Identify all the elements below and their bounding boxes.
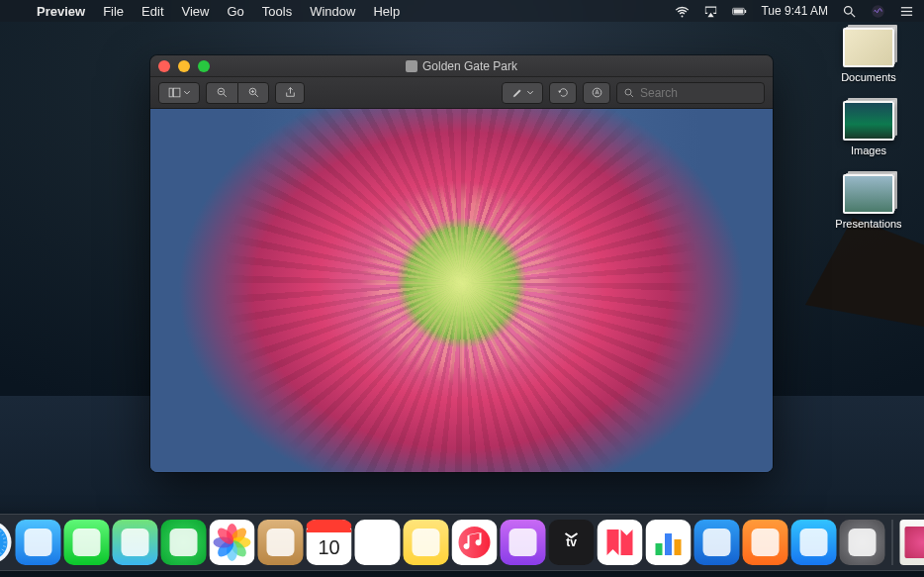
svg-rect-61 <box>307 529 352 532</box>
preview-window: Golden Gate Park <box>150 55 773 472</box>
svg-line-4 <box>851 13 855 17</box>
svg-rect-67 <box>598 520 643 565</box>
dock-app-messages[interactable] <box>64 520 110 565</box>
airplay-icon[interactable] <box>703 4 718 19</box>
window-title-text: Golden Gate Park <box>422 59 517 73</box>
dock-app-pages[interactable] <box>743 520 788 565</box>
dock-app-news[interactable] <box>598 520 643 565</box>
svg-point-3 <box>845 6 853 14</box>
desktop-folder-label: Images <box>851 144 886 156</box>
spotlight-icon[interactable] <box>842 4 857 19</box>
sidebar-view-button[interactable] <box>158 82 200 104</box>
dock-app-reminders[interactable] <box>355 520 401 565</box>
stack-thumbnail-icon <box>843 174 894 214</box>
svg-text:10: 10 <box>318 536 339 558</box>
dock-app-find-my[interactable] <box>161 520 207 565</box>
svg-rect-69 <box>656 543 663 555</box>
menu-bar: Preview File Edit View Go Tools Window H… <box>0 0 924 22</box>
titlebar[interactable]: Golden Gate Park <box>150 55 773 77</box>
dock-app-podcasts[interactable] <box>501 520 546 565</box>
toolbar <box>150 77 773 109</box>
dock-app-safari[interactable] <box>0 520 13 565</box>
menu-go[interactable]: Go <box>218 0 252 22</box>
menu-file[interactable]: File <box>94 0 133 22</box>
close-button[interactable] <box>158 60 170 72</box>
svg-rect-1 <box>734 9 744 13</box>
dock-recent-preview[interactable] <box>900 520 925 565</box>
svg-rect-10 <box>173 88 180 97</box>
menu-window[interactable]: Window <box>301 0 364 22</box>
dock-app-contacts[interactable] <box>258 520 304 565</box>
stack-thumbnail-icon <box>843 101 894 141</box>
image-viewport[interactable] <box>150 109 773 472</box>
dock-app-numbers[interactable] <box>646 520 692 565</box>
dock: 10tv <box>0 514 924 571</box>
svg-rect-9 <box>169 88 172 97</box>
search-input[interactable] <box>640 86 758 100</box>
zoom-out-button[interactable] <box>206 82 237 104</box>
app-menu[interactable]: Preview <box>28 0 94 22</box>
markup-button[interactable] <box>583 82 610 104</box>
notification-center-icon[interactable] <box>899 4 914 19</box>
share-button[interactable] <box>275 82 305 104</box>
menu-tools[interactable]: Tools <box>253 0 301 22</box>
menu-view[interactable]: View <box>173 0 219 22</box>
dock-app-notes[interactable] <box>404 520 449 565</box>
battery-icon[interactable] <box>732 4 747 19</box>
svg-rect-71 <box>675 539 682 555</box>
dock-app-keynote[interactable] <box>694 520 740 565</box>
dock-app-maps[interactable] <box>113 520 158 565</box>
svg-line-17 <box>254 94 257 97</box>
desktop-icons: Documents Images Presentations <box>821 28 916 230</box>
siri-icon[interactable] <box>871 4 885 19</box>
highlight-button[interactable] <box>502 82 543 104</box>
dock-app-mail[interactable] <box>16 520 61 565</box>
dock-app-photos[interactable] <box>210 520 255 565</box>
stack-thumbnail-icon <box>843 28 894 67</box>
desktop-folder-images[interactable]: Images <box>821 101 916 156</box>
svg-line-20 <box>631 94 634 97</box>
apple-menu[interactable] <box>10 0 28 22</box>
zoom-in-button[interactable] <box>237 82 269 104</box>
dock-app-system-preferences[interactable] <box>840 520 885 565</box>
desktop-folder-label: Presentations <box>835 218 901 230</box>
search-icon <box>623 87 635 99</box>
svg-point-19 <box>625 89 631 95</box>
menu-clock[interactable]: Tue 9:41 AM <box>761 4 828 18</box>
wifi-icon[interactable] <box>675 4 690 19</box>
search-field[interactable] <box>616 82 765 104</box>
desktop-folder-documents[interactable]: Documents <box>821 28 916 83</box>
dock-separator <box>892 520 893 565</box>
menu-edit[interactable]: Edit <box>133 0 172 22</box>
svg-rect-70 <box>665 533 672 555</box>
svg-rect-2 <box>745 9 746 12</box>
minimize-button[interactable] <box>178 60 190 72</box>
dock-app-tv[interactable]: tv <box>549 520 595 565</box>
rotate-button[interactable] <box>549 82 577 104</box>
document-icon <box>406 60 417 72</box>
svg-point-64 <box>459 527 491 558</box>
zoom-button[interactable] <box>198 60 210 72</box>
window-title: Golden Gate Park <box>406 59 517 73</box>
dock-app-app-store[interactable] <box>791 520 837 565</box>
desktop-folder-presentations[interactable]: Presentations <box>821 174 916 230</box>
svg-line-13 <box>224 94 227 97</box>
dock-app-calendar[interactable]: 10 <box>307 520 352 565</box>
menu-help[interactable]: Help <box>364 0 409 22</box>
dock-app-music[interactable] <box>452 520 498 565</box>
desktop-folder-label: Documents <box>841 71 896 83</box>
